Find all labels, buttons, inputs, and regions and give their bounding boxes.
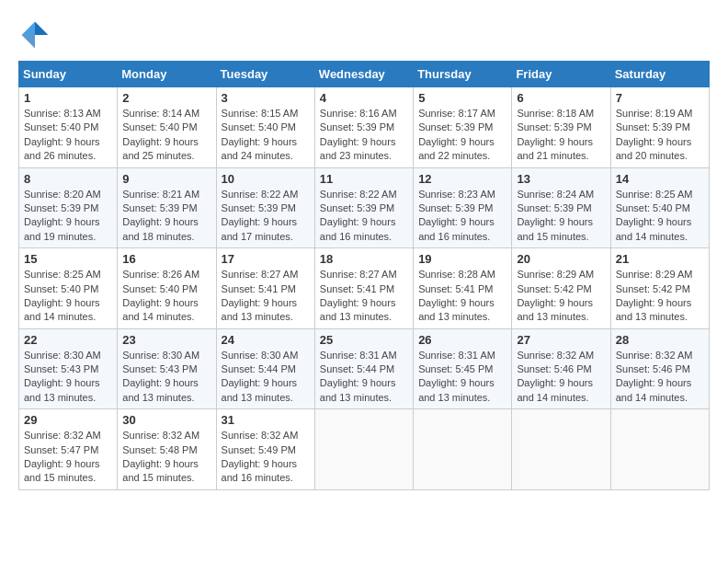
- day-info: Sunrise: 8:31 AM Sunset: 5:44 PM Dayligh…: [320, 349, 408, 406]
- day-info: Sunrise: 8:20 AM Sunset: 5:39 PM Dayligh…: [24, 188, 112, 245]
- calendar-cell: 18 Sunrise: 8:27 AM Sunset: 5:41 PM Dayl…: [314, 248, 413, 329]
- day-info: Sunrise: 8:15 AM Sunset: 5:40 PM Dayligh…: [222, 107, 310, 164]
- day-info: Sunrise: 8:29 AM Sunset: 5:42 PM Dayligh…: [517, 268, 605, 325]
- calendar-header-row: SundayMondayTuesdayWednesdayThursdayFrid…: [19, 62, 710, 87]
- calendar-cell: 19 Sunrise: 8:28 AM Sunset: 5:41 PM Dayl…: [414, 248, 512, 329]
- day-info: Sunrise: 8:30 AM Sunset: 5:43 PM Dayligh…: [24, 349, 112, 406]
- day-info: Sunrise: 8:19 AM Sunset: 5:39 PM Dayligh…: [616, 107, 704, 164]
- day-info: Sunrise: 8:25 AM Sunset: 5:40 PM Dayligh…: [616, 188, 704, 245]
- calendar-week-row: 15 Sunrise: 8:25 AM Sunset: 5:40 PM Dayl…: [19, 248, 710, 329]
- day-number: 25: [320, 333, 408, 347]
- calendar-cell: 12 Sunrise: 8:23 AM Sunset: 5:39 PM Dayl…: [414, 167, 512, 248]
- calendar-cell: 15 Sunrise: 8:25 AM Sunset: 5:40 PM Dayl…: [19, 248, 118, 329]
- day-info: Sunrise: 8:22 AM Sunset: 5:39 PM Dayligh…: [320, 188, 408, 245]
- day-info: Sunrise: 8:17 AM Sunset: 5:39 PM Dayligh…: [418, 107, 506, 164]
- page-header: [18, 18, 710, 52]
- calendar-cell: 21 Sunrise: 8:29 AM Sunset: 5:42 PM Dayl…: [610, 248, 709, 329]
- calendar-cell: 4 Sunrise: 8:16 AM Sunset: 5:39 PM Dayli…: [314, 87, 413, 168]
- calendar-cell: 8 Sunrise: 8:20 AM Sunset: 5:39 PM Dayli…: [19, 167, 118, 248]
- day-number: 10: [222, 172, 310, 186]
- day-number: 8: [24, 172, 112, 186]
- day-number: 14: [616, 172, 704, 186]
- day-number: 13: [517, 172, 605, 186]
- calendar-cell: 1 Sunrise: 8:13 AM Sunset: 5:40 PM Dayli…: [19, 87, 118, 168]
- calendar-cell: 16 Sunrise: 8:26 AM Sunset: 5:40 PM Dayl…: [118, 248, 216, 329]
- calendar-cell: 29 Sunrise: 8:32 AM Sunset: 5:47 PM Dayl…: [19, 409, 118, 490]
- day-info: Sunrise: 8:21 AM Sunset: 5:39 PM Dayligh…: [122, 188, 210, 245]
- day-number: 9: [122, 172, 210, 186]
- day-number: 23: [122, 333, 210, 347]
- day-number: 15: [24, 252, 112, 266]
- day-info: Sunrise: 8:27 AM Sunset: 5:41 PM Dayligh…: [320, 268, 408, 325]
- day-info: Sunrise: 8:22 AM Sunset: 5:39 PM Dayligh…: [222, 188, 310, 245]
- day-number: 16: [122, 252, 210, 266]
- day-header-sunday: Sunday: [19, 62, 118, 87]
- day-info: Sunrise: 8:32 AM Sunset: 5:48 PM Dayligh…: [122, 429, 210, 486]
- day-number: 6: [517, 91, 605, 105]
- calendar-week-row: 22 Sunrise: 8:30 AM Sunset: 5:43 PM Dayl…: [19, 328, 710, 409]
- day-number: 17: [222, 252, 310, 266]
- svg-marker-0: [35, 22, 48, 35]
- calendar-cell: 28 Sunrise: 8:32 AM Sunset: 5:46 PM Dayl…: [610, 328, 709, 409]
- day-info: Sunrise: 8:32 AM Sunset: 5:46 PM Dayligh…: [616, 349, 704, 406]
- calendar-cell: 10 Sunrise: 8:22 AM Sunset: 5:39 PM Dayl…: [216, 167, 314, 248]
- day-header-wednesday: Wednesday: [314, 62, 413, 87]
- calendar-cell: 24 Sunrise: 8:30 AM Sunset: 5:44 PM Dayl…: [216, 328, 314, 409]
- day-info: Sunrise: 8:13 AM Sunset: 5:40 PM Dayligh…: [24, 107, 112, 164]
- calendar-cell: 7 Sunrise: 8:19 AM Sunset: 5:39 PM Dayli…: [610, 87, 709, 168]
- calendar-cell: 11 Sunrise: 8:22 AM Sunset: 5:39 PM Dayl…: [314, 167, 413, 248]
- calendar-cell: 6 Sunrise: 8:18 AM Sunset: 5:39 PM Dayli…: [512, 87, 610, 168]
- calendar-cell: 14 Sunrise: 8:25 AM Sunset: 5:40 PM Dayl…: [610, 167, 709, 248]
- day-number: 27: [517, 333, 605, 347]
- calendar-cell: 13 Sunrise: 8:24 AM Sunset: 5:39 PM Dayl…: [512, 167, 610, 248]
- svg-marker-1: [22, 22, 35, 35]
- day-header-monday: Monday: [118, 62, 216, 87]
- calendar-cell: 3 Sunrise: 8:15 AM Sunset: 5:40 PM Dayli…: [216, 87, 314, 168]
- calendar-cell: 30 Sunrise: 8:32 AM Sunset: 5:48 PM Dayl…: [118, 409, 216, 490]
- day-number: 30: [122, 413, 210, 427]
- day-number: 7: [616, 91, 704, 105]
- calendar-cell: [314, 409, 413, 490]
- day-info: Sunrise: 8:25 AM Sunset: 5:40 PM Dayligh…: [24, 268, 112, 325]
- calendar-cell: [610, 409, 709, 490]
- calendar-cell: [512, 409, 610, 490]
- calendar-cell: 2 Sunrise: 8:14 AM Sunset: 5:40 PM Dayli…: [118, 87, 216, 168]
- day-number: 5: [418, 91, 506, 105]
- day-info: Sunrise: 8:24 AM Sunset: 5:39 PM Dayligh…: [517, 188, 605, 245]
- day-info: Sunrise: 8:18 AM Sunset: 5:39 PM Dayligh…: [517, 107, 605, 164]
- day-info: Sunrise: 8:28 AM Sunset: 5:41 PM Dayligh…: [418, 268, 506, 325]
- day-number: 11: [320, 172, 408, 186]
- day-number: 28: [616, 333, 704, 347]
- calendar-cell: 26 Sunrise: 8:31 AM Sunset: 5:45 PM Dayl…: [414, 328, 512, 409]
- day-header-thursday: Thursday: [414, 62, 512, 87]
- day-number: 26: [418, 333, 506, 347]
- calendar-cell: 17 Sunrise: 8:27 AM Sunset: 5:41 PM Dayl…: [216, 248, 314, 329]
- day-number: 24: [222, 333, 310, 347]
- day-info: Sunrise: 8:30 AM Sunset: 5:44 PM Dayligh…: [222, 349, 310, 406]
- calendar-cell: 27 Sunrise: 8:32 AM Sunset: 5:46 PM Dayl…: [512, 328, 610, 409]
- calendar-cell: 20 Sunrise: 8:29 AM Sunset: 5:42 PM Dayl…: [512, 248, 610, 329]
- calendar-week-row: 8 Sunrise: 8:20 AM Sunset: 5:39 PM Dayli…: [19, 167, 710, 248]
- day-number: 29: [24, 413, 112, 427]
- day-info: Sunrise: 8:30 AM Sunset: 5:43 PM Dayligh…: [122, 349, 210, 406]
- calendar-cell: 25 Sunrise: 8:31 AM Sunset: 5:44 PM Dayl…: [314, 328, 413, 409]
- day-info: Sunrise: 8:16 AM Sunset: 5:39 PM Dayligh…: [320, 107, 408, 164]
- day-info: Sunrise: 8:32 AM Sunset: 5:46 PM Dayligh…: [517, 349, 605, 406]
- calendar-cell: 31 Sunrise: 8:32 AM Sunset: 5:49 PM Dayl…: [216, 409, 314, 490]
- day-header-friday: Friday: [512, 62, 610, 87]
- day-number: 3: [222, 91, 310, 105]
- calendar-cell: [414, 409, 512, 490]
- logo: [18, 18, 55, 52]
- day-number: 31: [222, 413, 310, 427]
- day-number: 2: [122, 91, 210, 105]
- day-info: Sunrise: 8:26 AM Sunset: 5:40 PM Dayligh…: [122, 268, 210, 325]
- day-info: Sunrise: 8:27 AM Sunset: 5:41 PM Dayligh…: [222, 268, 310, 325]
- day-info: Sunrise: 8:14 AM Sunset: 5:40 PM Dayligh…: [122, 107, 210, 164]
- day-info: Sunrise: 8:23 AM Sunset: 5:39 PM Dayligh…: [418, 188, 506, 245]
- day-info: Sunrise: 8:31 AM Sunset: 5:45 PM Dayligh…: [418, 349, 506, 406]
- svg-marker-2: [22, 35, 35, 48]
- calendar-cell: 23 Sunrise: 8:30 AM Sunset: 5:43 PM Dayl…: [118, 328, 216, 409]
- day-number: 4: [320, 91, 408, 105]
- day-info: Sunrise: 8:32 AM Sunset: 5:47 PM Dayligh…: [24, 429, 112, 486]
- calendar-cell: 22 Sunrise: 8:30 AM Sunset: 5:43 PM Dayl…: [19, 328, 118, 409]
